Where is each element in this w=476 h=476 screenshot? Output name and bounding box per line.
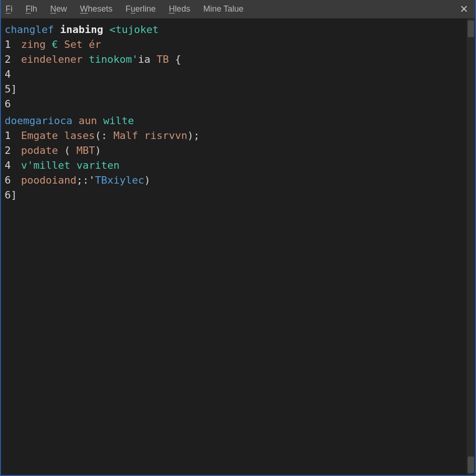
block-header: doemgarioca aun wilte xyxy=(5,113,467,128)
line-number: 4 xyxy=(5,158,15,173)
line-number: 1 xyxy=(5,128,15,143)
menu-item-mine-talue[interactable]: Mine Talue xyxy=(203,4,244,14)
code-line: 4 xyxy=(5,67,467,82)
code-line: 1 zing € Set ér xyxy=(5,37,467,52)
close-icon[interactable]: ✕ xyxy=(457,3,470,16)
editor-area: changlef inabing <tujoket1 zing € Set ér… xyxy=(1,19,475,475)
menu-item-hleds[interactable]: Hleds xyxy=(169,4,190,14)
code-line: 6] xyxy=(5,188,467,203)
menu-item-whesets[interactable]: Whesets xyxy=(80,4,112,14)
code-line: 5] xyxy=(5,82,467,97)
code-editor[interactable]: changlef inabing <tujoket1 zing € Set ér… xyxy=(1,19,467,475)
code-line: 1 Emgate lases(: Malf risrvvn); xyxy=(5,128,467,143)
code-line: 6 xyxy=(5,97,467,112)
menu-item-fuerline[interactable]: Fuerline xyxy=(126,4,156,14)
menubar: Fi Flh New Whesets Fuerline Hleds Mine T… xyxy=(1,0,475,19)
block-header: changlef inabing <tujoket xyxy=(5,22,467,37)
code-line: 2 podate ( MBT) xyxy=(5,143,467,158)
line-number: 6 xyxy=(5,97,15,112)
line-number: 4 xyxy=(5,67,15,82)
menu-item-flh[interactable]: Flh xyxy=(26,4,37,14)
code-block: doemgarioca aun wilte1 Emgate lases(: Ma… xyxy=(5,113,467,203)
vertical-scrollbar[interactable] xyxy=(467,19,475,475)
code-line: 4 v'millet variten xyxy=(5,158,467,173)
code-block: changlef inabing <tujoket1 zing € Set ér… xyxy=(5,22,467,112)
line-number: 2 xyxy=(5,143,15,158)
line-number: 6] xyxy=(5,188,15,203)
code-line: 6 poodoiand;:'TBxiylec) xyxy=(5,173,467,188)
line-number: 6 xyxy=(5,173,15,188)
line-number: 1 xyxy=(5,37,15,52)
line-number: 2 xyxy=(5,52,15,67)
app-window: Fi Flh New Whesets Fuerline Hleds Mine T… xyxy=(0,0,476,476)
line-number: 5] xyxy=(5,82,15,97)
scrollbar-thumb-top[interactable] xyxy=(468,20,474,37)
menu-item-new[interactable]: New xyxy=(50,4,67,14)
menu-item-fi[interactable]: Fi xyxy=(6,4,13,14)
code-line: 2 eindelener tinokom'ia TB { xyxy=(5,52,467,67)
scrollbar-thumb-bottom[interactable] xyxy=(468,456,474,473)
